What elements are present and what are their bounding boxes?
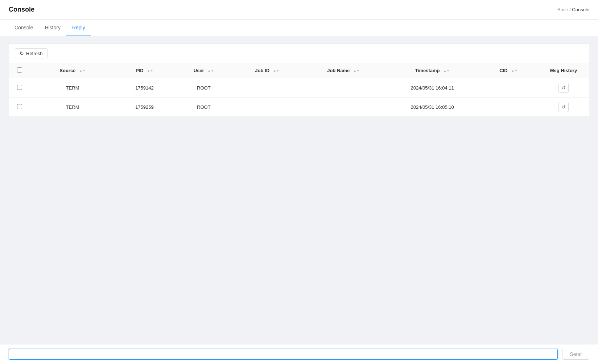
col-header-jobid[interactable]: Job ID ▲▼: [234, 63, 301, 78]
refresh-icon: ↻: [20, 50, 24, 56]
sort-icon-source: ▲▼: [79, 69, 86, 73]
row-jobname-1: [301, 98, 385, 117]
table-row: TERM 1759259 ROOT 2024/05/31 16:05:10 ↺: [9, 98, 589, 117]
main-content: ↻ Refresh Source ▲▼: [0, 36, 598, 364]
sort-icon-jobid: ▲▼: [273, 69, 280, 73]
tab-history[interactable]: History: [39, 20, 66, 36]
message-input[interactable]: [9, 349, 558, 360]
col-user-label: User: [194, 68, 204, 73]
col-source-label: Source: [59, 68, 75, 73]
col-timestamp-label: Timestamp: [415, 68, 440, 73]
row-source-0: TERM: [30, 78, 115, 98]
row-pid-0: 1759142: [115, 78, 174, 98]
row-timestamp-1: 2024/05/31 16:05:10: [386, 98, 479, 117]
table-body: TERM 1759142 ROOT 2024/05/31 16:04:11 ↺ …: [9, 78, 589, 117]
breadcrumb-current: Console: [572, 7, 589, 12]
sort-icon-cid: ▲▼: [511, 69, 517, 73]
row-source-1: TERM: [30, 98, 115, 117]
sort-icon-pid: ▲▼: [147, 69, 153, 73]
page-header: Console Base / Console: [0, 0, 598, 20]
tab-console[interactable]: Console: [9, 20, 39, 36]
refresh-label: Refresh: [26, 51, 43, 56]
row-user-0: ROOT: [174, 78, 233, 98]
content-card: ↻ Refresh Source ▲▼: [9, 44, 589, 117]
send-button[interactable]: Send: [562, 349, 589, 360]
row-jobid-1: [234, 98, 301, 117]
breadcrumb-base: Base: [557, 7, 568, 12]
msg-history-button-1[interactable]: ↺: [558, 102, 569, 112]
data-table: Source ▲▼ PID ▲▼ User ▲▼ Job ID: [9, 63, 589, 117]
row-checkbox-1[interactable]: [17, 104, 22, 109]
row-pid-1: 1759259: [115, 98, 174, 117]
row-jobid-0: [234, 78, 301, 98]
row-timestamp-0: 2024/05/31 16:04:11: [386, 78, 479, 98]
col-jobid-label: Job ID: [255, 68, 269, 73]
col-header-user[interactable]: User ▲▼: [174, 63, 233, 78]
sort-icon-jobname: ▲▼: [353, 69, 360, 73]
row-checkbox-cell: [9, 78, 30, 98]
table-container: Source ▲▼ PID ▲▼ User ▲▼ Job ID: [9, 63, 589, 117]
col-header-cid[interactable]: CID ▲▼: [479, 63, 538, 78]
col-header-jobname[interactable]: Job Name ▲▼: [301, 63, 385, 78]
msg-history-button-0[interactable]: ↺: [558, 83, 569, 93]
sort-icon-user: ▲▼: [207, 69, 214, 73]
col-header-pid[interactable]: PID ▲▼: [115, 63, 174, 78]
select-all-header: [9, 63, 30, 78]
row-checkbox-0[interactable]: [17, 85, 22, 90]
row-cid-1: [479, 98, 538, 117]
refresh-button[interactable]: ↻ Refresh: [15, 48, 48, 58]
col-jobname-label: Job Name: [327, 68, 350, 73]
row-user-1: ROOT: [174, 98, 233, 117]
table-row: TERM 1759142 ROOT 2024/05/31 16:04:11 ↺: [9, 78, 589, 98]
row-msghistory-1: ↺: [538, 98, 589, 117]
page-title: Console: [9, 6, 34, 13]
col-header-timestamp[interactable]: Timestamp ▲▼: [386, 63, 479, 78]
bottom-bar: Send: [0, 344, 598, 364]
tab-reply[interactable]: Reply: [66, 20, 91, 36]
row-checkbox-cell: [9, 98, 30, 117]
col-pid-label: PID: [136, 68, 144, 73]
row-msghistory-0: ↺: [538, 78, 589, 98]
row-cid-0: [479, 78, 538, 98]
table-header-row: Source ▲▼ PID ▲▼ User ▲▼ Job ID: [9, 63, 589, 78]
row-jobname-0: [301, 78, 385, 98]
select-all-checkbox[interactable]: [17, 67, 22, 73]
tabs-bar: Console History Reply: [0, 20, 598, 36]
col-header-msghistory: Msg History: [538, 63, 589, 78]
sort-icon-timestamp: ▲▼: [443, 69, 450, 73]
toolbar: ↻ Refresh: [9, 44, 589, 63]
col-cid-label: CID: [499, 68, 507, 73]
col-header-source[interactable]: Source ▲▼: [30, 63, 115, 78]
breadcrumb: Base / Console: [557, 7, 589, 12]
col-msghistory-label: Msg History: [550, 68, 577, 73]
